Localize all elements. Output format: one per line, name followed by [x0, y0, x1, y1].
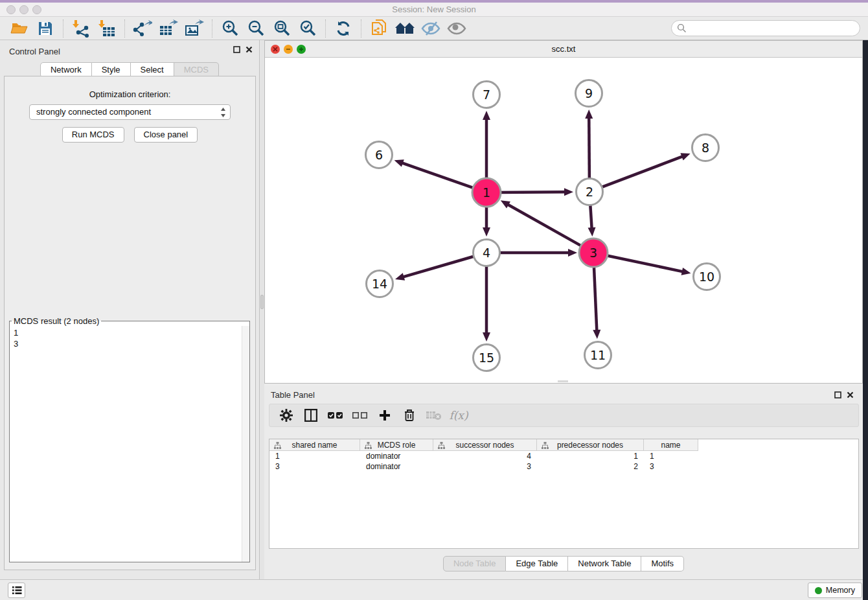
graph-node-label: 1: [483, 185, 490, 200]
hierarchy-icon: [438, 442, 445, 449]
column-header-label: successor nodes: [455, 441, 514, 450]
panel-splitter[interactable]: [260, 40, 264, 579]
graph-edge-4-14[interactable]: [403, 256, 475, 277]
network-graph[interactable]: 7968124314101511: [265, 58, 862, 383]
close-panel-button[interactable]: Close panel: [134, 127, 198, 143]
table-cell[interactable]: 1: [269, 451, 360, 461]
control-panel-title: Control Panel: [9, 47, 60, 56]
run-mcds-button[interactable]: Run MCDS: [62, 127, 124, 143]
result-scrollbar[interactable]: [242, 326, 249, 562]
split-view-icon[interactable]: [301, 407, 321, 424]
zoom-in-icon[interactable]: [219, 19, 241, 38]
zoom-fit-icon[interactable]: [271, 19, 293, 38]
search-icon: [677, 23, 687, 33]
show-eye-icon[interactable]: [446, 19, 468, 38]
open-session-icon[interactable]: [8, 19, 30, 38]
column-header-label: name: [661, 441, 680, 450]
splitter-handle-icon[interactable]: [260, 295, 264, 309]
mcds-result-title: MCDS result (2 nodes): [12, 316, 101, 326]
toolbar-separator: [212, 19, 212, 38]
graph-edge-2-9[interactable]: [589, 117, 589, 180]
graph-edge-1-2[interactable]: [498, 192, 565, 192]
table-cell[interactable]: 4: [433, 451, 537, 461]
hide-eye-icon[interactable]: [420, 19, 442, 38]
graph-edge-2-3[interactable]: [590, 203, 591, 229]
table-cell[interactable]: 3: [644, 461, 698, 472]
graph-node-label: 6: [375, 148, 383, 162]
edge-arrowhead-icon: [564, 188, 573, 196]
import-network-icon[interactable]: [70, 19, 92, 38]
search-input[interactable]: [671, 20, 860, 36]
graph-node-label: 7: [483, 87, 490, 102]
desktop-edge-right: [863, 40, 868, 600]
network-window-titlebar[interactable]: scc.txt: [265, 41, 862, 58]
column-header-name[interactable]: name: [644, 439, 698, 451]
hierarchy-icon: [274, 442, 281, 449]
deselect-all-icon[interactable]: [350, 407, 371, 424]
graph-edge-1-6[interactable]: [402, 163, 475, 189]
float-panel-icon[interactable]: [233, 46, 240, 53]
column-header-label: predecessor nodes: [557, 441, 623, 450]
table-row[interactable]: 3dominator323: [269, 461, 858, 472]
import-table-icon[interactable]: [96, 19, 118, 38]
home-icon[interactable]: [394, 19, 416, 38]
table-row[interactable]: 1dominator411: [269, 451, 858, 461]
status-bar: Memory: [0, 579, 868, 600]
tab-edge-table[interactable]: Edge Table: [506, 556, 568, 571]
add-column-icon[interactable]: [374, 407, 395, 424]
graph-edge-3-10[interactable]: [605, 255, 683, 272]
select-stepper-icon: [220, 107, 226, 122]
table-cell[interactable]: 1: [537, 451, 644, 461]
function-builder-icon[interactable]: f(x): [448, 407, 469, 424]
close-panel-icon[interactable]: [246, 46, 253, 53]
table-settings-icon[interactable]: [276, 407, 297, 424]
table-cell[interactable]: 2: [537, 461, 644, 472]
export-network-icon[interactable]: [131, 19, 154, 38]
table-cell[interactable]: 3: [269, 461, 360, 472]
column-header-MCDS-role[interactable]: MCDS role: [360, 439, 433, 451]
network-view-window: scc.txt 7968124314101511: [264, 40, 863, 384]
table-cell[interactable]: dominator: [360, 451, 433, 461]
table-cell[interactable]: 1: [644, 451, 698, 461]
edge-arrowhead-icon: [483, 332, 490, 341]
table-toolbar: f(x): [269, 404, 859, 427]
node-table[interactable]: shared nameMCDS rolesuccessor nodesprede…: [269, 439, 859, 549]
edge-arrowhead-icon: [680, 153, 690, 160]
task-history-button[interactable]: [8, 583, 25, 598]
column-header-predecessor-nodes[interactable]: predecessor nodes: [537, 439, 644, 451]
memory-status-icon: [815, 587, 822, 594]
memory-label: Memory: [826, 586, 855, 595]
refresh-icon[interactable]: [332, 19, 354, 38]
graph-edge-3-1[interactable]: [507, 204, 583, 247]
close-table-panel-icon[interactable]: [847, 391, 854, 398]
export-table-icon[interactable]: [157, 19, 179, 38]
save-session-icon[interactable]: [34, 19, 56, 38]
copy-view-icon[interactable]: [368, 19, 390, 38]
memory-button[interactable]: Memory: [808, 583, 862, 598]
network-canvas[interactable]: 7968124314101511: [265, 58, 862, 383]
table-cell[interactable]: 3: [433, 461, 537, 472]
float-table-panel-icon[interactable]: [834, 391, 841, 398]
graph-edge-2-8[interactable]: [600, 156, 683, 187]
graph-node-label: 14: [372, 277, 387, 291]
zoom-selected-icon[interactable]: [297, 19, 319, 38]
canvas-grip: [558, 380, 568, 382]
column-header-shared-name[interactable]: shared name: [269, 439, 360, 451]
optimization-criterion-select[interactable]: strongly connected component: [29, 104, 231, 120]
graph-node-label: 4: [483, 246, 490, 260]
edge-arrowhead-icon: [395, 273, 405, 281]
table-cell[interactable]: dominator: [360, 461, 433, 472]
delete-column-icon[interactable]: [399, 407, 420, 424]
mcds-result-box: MCDS result (2 nodes) 13: [9, 316, 250, 562]
edge-arrowhead-icon: [585, 110, 593, 119]
mcds-panel: Optimization criterion: strongly connect…: [4, 76, 256, 570]
graph-edge-3-11[interactable]: [594, 264, 597, 331]
zoom-out-icon[interactable]: [245, 19, 267, 38]
tab-motifs[interactable]: Motifs: [641, 556, 684, 571]
tab-network-table[interactable]: Network Table: [568, 556, 641, 571]
column-header-successor-nodes[interactable]: successor nodes: [433, 439, 537, 451]
export-image-icon[interactable]: [183, 19, 205, 38]
delete-table-icon[interactable]: [424, 407, 444, 424]
tab-node-table[interactable]: Node Table: [443, 556, 507, 571]
select-all-icon[interactable]: [325, 407, 346, 424]
